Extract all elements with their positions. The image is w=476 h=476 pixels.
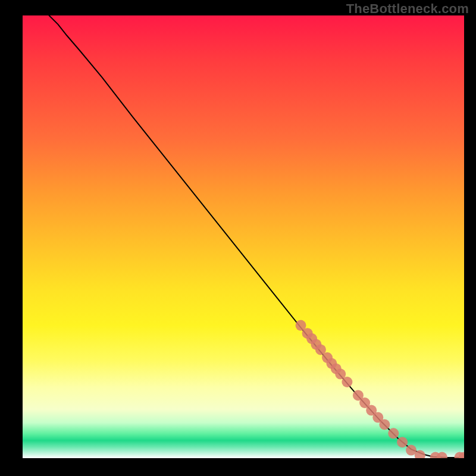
- chart-frame: TheBottleneck.com: [0, 0, 476, 476]
- chart-overlay-svg: [23, 15, 464, 458]
- data-point: [342, 377, 352, 387]
- data-point: [379, 419, 390, 430]
- marker-group: [296, 320, 465, 458]
- data-point: [397, 437, 408, 447]
- watermark-label: TheBottleneck.com: [346, 1, 469, 17]
- curve-line: [49, 15, 465, 458]
- chart-plot-area: [23, 15, 464, 458]
- data-point: [388, 428, 399, 439]
